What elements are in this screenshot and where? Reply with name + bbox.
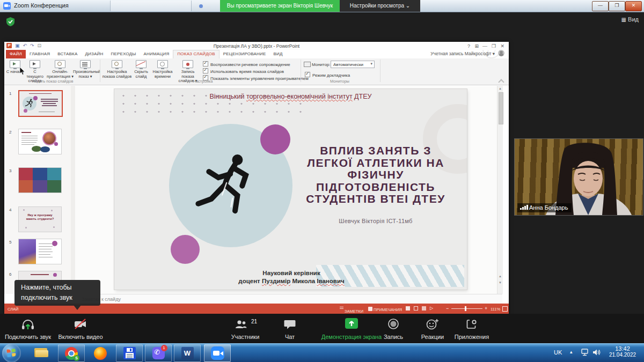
slide-header: Вінницький торговельно-економічний інсти… bbox=[114, 93, 467, 100]
taskbar-explorer-button[interactable] bbox=[28, 344, 55, 362]
start-video-button[interactable]: Включить видео bbox=[54, 314, 107, 343]
fit-window-icon[interactable] bbox=[502, 306, 508, 312]
slide-number: 5 bbox=[9, 240, 11, 245]
custom-show-button[interactable]: Произвольный показ ▾ bbox=[73, 60, 98, 79]
monitor-dropdown[interactable]: Автоматически bbox=[331, 61, 375, 68]
zoom-out-icon[interactable]: − bbox=[446, 306, 449, 311]
runner-image bbox=[191, 149, 263, 232]
start-button[interactable] bbox=[2, 344, 21, 362]
clock[interactable]: 13:42 21.04.2022 bbox=[603, 345, 642, 358]
close-button[interactable]: ✕ bbox=[625, 1, 642, 11]
minimize-button[interactable]: — bbox=[592, 1, 609, 11]
slideshow-view-icon[interactable]: ▷ bbox=[430, 306, 433, 311]
join-audio-button[interactable]: Подключить звук bbox=[0, 314, 57, 343]
ribbon-options-icon[interactable]: ⊞ bbox=[474, 43, 479, 49]
chat-button[interactable]: Чат bbox=[274, 314, 306, 343]
taskbar-viber-button[interactable]: ✆ 1 bbox=[145, 344, 172, 362]
checkbox-presenter-view[interactable]: Режим докладчика bbox=[305, 71, 350, 78]
collapse-ribbon-icon[interactable] bbox=[498, 79, 504, 85]
headphones-icon bbox=[21, 318, 35, 331]
slide-author: Шевчук Вікторія ІСТ-11мб bbox=[287, 218, 464, 224]
normal-view-icon[interactable] bbox=[406, 306, 410, 311]
slide-thumbnail-5[interactable] bbox=[18, 239, 62, 264]
participants-button[interactable]: 21 Участники bbox=[221, 314, 269, 343]
zoom-slider-track[interactable] bbox=[451, 308, 482, 309]
ribbon-tabs: ФАЙЛ ГЛАВНАЯ ВСТАВКА ДИЗАЙН ПЕРЕХОДЫ АНИ… bbox=[6, 50, 287, 58]
powerpoint-window: ▣ ↶ ↷ ⊡ Презентація ЛА у ЗВО).pptx - Pow… bbox=[4, 42, 509, 314]
notes-toggle[interactable]: ЗАМЕТКИ bbox=[340, 307, 363, 314]
group-label-monitors: Мониторы bbox=[297, 79, 383, 84]
group-separator bbox=[100, 60, 100, 82]
slide-scrollbar[interactable]: ▲ ▲ ▼ bbox=[497, 86, 503, 294]
tab-insert[interactable]: ВСТАВКА bbox=[54, 50, 81, 58]
slide-thumbnail-1[interactable] bbox=[18, 90, 63, 117]
hide-slide-button[interactable]: Скрыть слайд bbox=[132, 60, 150, 79]
language-indicator[interactable]: UK bbox=[554, 349, 562, 356]
tab-review[interactable]: РЕЦЕНЗИРОВАНИЕ bbox=[219, 50, 270, 58]
record-button[interactable]: Запись bbox=[375, 314, 412, 343]
slide-thumbnail-4[interactable]: Яку ж програму мають студенти? bbox=[18, 206, 62, 232]
tab-slideshow[interactable]: ПОКАЗ СЛАЙДОВ bbox=[173, 50, 219, 58]
chrome-icon: S bbox=[65, 347, 78, 360]
ppt-minimize-icon[interactable]: — bbox=[482, 43, 487, 49]
restore-button[interactable]: ❐ bbox=[609, 1, 625, 11]
record-circle-icon bbox=[387, 318, 400, 331]
account-label[interactable]: Учетная запись Майкрософт ▾ bbox=[430, 51, 495, 56]
comments-toggle[interactable]: ПРИМЕЧАНИЯ bbox=[368, 307, 402, 312]
slide-number: 2 bbox=[9, 130, 11, 135]
comments-icon bbox=[368, 307, 372, 311]
share-screen-icon bbox=[345, 318, 358, 329]
purple-circle-bottom bbox=[171, 235, 200, 264]
view-settings-menu[interactable]: Настройки просмотра ⌄ bbox=[340, 0, 420, 12]
taskbar-floppy-app-button[interactable] bbox=[116, 344, 143, 362]
viber-icon: ✆ 1 bbox=[152, 347, 165, 359]
reactions-button[interactable]: Реакции bbox=[414, 314, 451, 343]
online-presentation-button[interactable]: Онлайн-презентация ▾ bbox=[46, 60, 74, 79]
checkbox-use-timings[interactable]: Использовать время показа слайдов bbox=[203, 68, 284, 74]
scroll-up-icon[interactable]: ▲ bbox=[499, 87, 502, 90]
taskbar-word-button[interactable]: W bbox=[174, 344, 201, 362]
setup-slideshow-icon bbox=[112, 60, 122, 68]
tab-transitions[interactable]: ПЕРЕХОДЫ bbox=[107, 50, 140, 58]
scroll-prev-icon[interactable]: ▲ bbox=[499, 275, 502, 278]
ppt-close-icon[interactable]: ✕ bbox=[500, 43, 504, 49]
chrome-protection-badge: S bbox=[74, 355, 79, 361]
view-mode-button[interactable]: ▦ Вид bbox=[621, 16, 639, 23]
explorer-folder-icon bbox=[34, 348, 48, 358]
scrollbar-thumb[interactable] bbox=[499, 92, 503, 124]
volume-icon[interactable] bbox=[592, 349, 601, 356]
taskbar-chrome-button[interactable]: S bbox=[58, 344, 85, 362]
checkbox-play-narration[interactable]: Воспроизвести речевое сопровождение bbox=[203, 61, 290, 67]
monitor-label: Монитор: bbox=[312, 62, 331, 67]
tab-file[interactable]: ФАЙЛ bbox=[6, 50, 26, 58]
taskbar-zoom-button[interactable] bbox=[204, 344, 231, 362]
notes-bar[interactable]: Заметки к слайду bbox=[75, 294, 502, 304]
tab-home[interactable]: ГЛАВНАЯ bbox=[26, 50, 54, 58]
sorter-view-icon[interactable] bbox=[414, 306, 418, 311]
tab-design[interactable]: ДИЗАЙН bbox=[81, 50, 107, 58]
zoom-slider-thumb[interactable] bbox=[465, 306, 466, 311]
help-icon[interactable]: ? bbox=[467, 43, 470, 49]
security-shield-icon[interactable] bbox=[6, 17, 14, 26]
scroll-next-icon[interactable]: ▼ bbox=[499, 281, 502, 284]
reading-view-icon[interactable] bbox=[422, 306, 426, 311]
thumbnail-scrollbar[interactable] bbox=[71, 86, 75, 294]
rehearse-timings-button[interactable]: Настройка времени bbox=[150, 60, 175, 79]
tab-animation[interactable]: АНИМАЦИЯ bbox=[140, 50, 173, 58]
setup-slideshow-button[interactable]: Настройка показа слайдов bbox=[102, 60, 132, 79]
network-icon[interactable] bbox=[581, 349, 589, 356]
inactive-window-tab[interactable] bbox=[110, 1, 191, 11]
hidden-icons-chevron[interactable]: ▴ bbox=[570, 349, 573, 354]
tab-view[interactable]: ВИД bbox=[270, 50, 287, 58]
zoom-percent[interactable]: 111% bbox=[491, 307, 500, 312]
participant-video-tile[interactable]: Анна Бондарь bbox=[514, 138, 643, 216]
account-avatar[interactable] bbox=[498, 50, 504, 56]
slide-thumbnail-3[interactable] bbox=[18, 167, 62, 193]
ppt-restore-icon[interactable]: ❐ bbox=[492, 43, 496, 49]
slide-title: ВПЛИВ ЗАНЯТЬ З ЛЕГКОЇ АТЛЕТИКИ НА ФІЗИЧН… bbox=[287, 145, 464, 205]
viber-notification-badge: 1 bbox=[161, 345, 167, 351]
zoom-in-icon[interactable]: + bbox=[485, 306, 487, 311]
apps-button[interactable]: Приложения bbox=[450, 314, 493, 343]
slide-thumbnail-2[interactable] bbox=[18, 129, 62, 154]
taskbar-firefox-button[interactable] bbox=[87, 344, 114, 362]
